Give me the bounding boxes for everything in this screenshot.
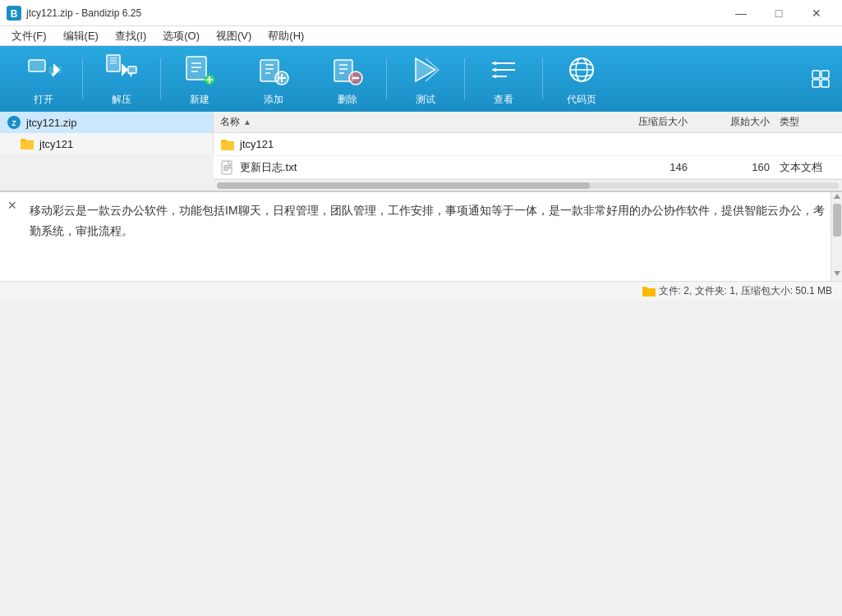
svg-rect-42: [821, 71, 829, 78]
txt-row-compressed: 146: [596, 161, 694, 173]
content-row: Z jtcy121.zip jtcy121 名称 ▲ 压缩后大: [0, 112, 842, 191]
toolbar-sep-2: [160, 58, 161, 99]
open-dropdown-arrow: ▼: [49, 71, 57, 79]
title-bar: B jtcy121.zip - Bandizip 6.25 — □ ✕: [0, 0, 842, 26]
svg-point-37: [494, 75, 497, 78]
toolbar-extract-button[interactable]: ▼ 解压: [85, 49, 159, 108]
file-row-folder-name: jtcy121: [214, 137, 596, 152]
app-icon: B: [7, 6, 21, 21]
view-icon: [485, 52, 522, 88]
toolbar-test-button[interactable]: 测试: [389, 49, 462, 108]
svg-text:Z: Z: [12, 119, 16, 127]
view-button-label: 查看: [494, 93, 513, 107]
codepage-icon: [564, 52, 600, 88]
svg-rect-43: [812, 80, 820, 87]
file-list-header: 名称 ▲ 压缩后大小 原始大小 类型: [214, 112, 842, 133]
toolbar-view-button[interactable]: 查看: [467, 49, 541, 108]
status-bar: 文件: 2, 文件夹: 1, 压缩包大小: 50.1 MB: [0, 281, 842, 301]
sidebar-item-zip[interactable]: Z jtcy121.zip: [0, 112, 213, 133]
sort-caret: ▲: [243, 117, 251, 126]
open-button-label: 打开: [34, 93, 53, 107]
svg-rect-54: [642, 287, 647, 289]
toolbar-delete-button[interactable]: 删除: [311, 49, 384, 108]
sidebar-item-folder[interactable]: jtcy121: [0, 133, 213, 154]
status-archive-icon: [642, 287, 656, 297]
menu-edit[interactable]: 编辑(E): [55, 26, 107, 46]
toolbar-sep-3: [386, 58, 387, 99]
preview-close-button[interactable]: ✕: [5, 199, 20, 214]
file-list: 名称 ▲ 压缩后大小 原始大小 类型 jtcy121: [214, 112, 842, 191]
add-icon: [255, 52, 292, 88]
status-text: 文件: 2, 文件夹: 1, 压缩包大小: 50.1 MB: [659, 284, 832, 298]
file-row-folder[interactable]: jtcy121: [214, 133, 842, 156]
svg-text:B: B: [11, 8, 18, 20]
minimize-button[interactable]: —: [722, 0, 760, 26]
txt-row-original: 160: [694, 161, 776, 173]
toolbar-new-button[interactable]: 新建: [163, 49, 237, 108]
svg-rect-53: [642, 288, 656, 297]
toolbar-sep-5: [542, 58, 543, 99]
new-button-label: 新建: [190, 93, 209, 107]
preview-text: 移动彩云是一款云办公软件，功能包括IM聊天，日程管理，团队管理，工作安排，事项通…: [30, 204, 825, 237]
menu-help[interactable]: 帮助(H): [260, 26, 312, 46]
toolbar: ▼ 打开 ▼ 解压: [0, 46, 842, 112]
horizontal-scrollbar[interactable]: [214, 179, 842, 191]
preview-pane: ✕ 移动彩云是一款云办公软件，功能包括IM聊天，日程管理，团队管理，工作安排，事…: [0, 191, 842, 281]
svg-marker-52: [834, 271, 840, 276]
toolbar-add-button[interactable]: 添加: [237, 49, 311, 108]
preview-scrollbar[interactable]: [830, 192, 842, 281]
file-folder-icon: [220, 137, 235, 152]
toolbar-sep-4: [464, 58, 465, 99]
toolbar-sep-1: [82, 58, 83, 99]
sidebar: Z jtcy121.zip jtcy121: [0, 112, 214, 154]
zip-icon: Z: [7, 115, 21, 130]
delete-icon: [329, 52, 366, 88]
codepage-button-label: 代码页: [567, 93, 596, 107]
col-header-type[interactable]: 类型: [776, 115, 842, 129]
svg-rect-2: [29, 60, 45, 71]
svg-point-35: [494, 62, 497, 65]
col-header-name[interactable]: 名称 ▲: [214, 115, 596, 129]
window-controls: — □ ✕: [722, 0, 835, 26]
main-area: Z jtcy121.zip jtcy121 名称 ▲ 压缩后大: [0, 112, 842, 301]
extract-icon: ▼: [104, 52, 140, 88]
txt-row-type: 文本文档: [776, 160, 842, 175]
scroll-up-arrow: [833, 192, 841, 200]
status-item: 文件: 2, 文件夹: 1, 压缩包大小: 50.1 MB: [642, 284, 832, 298]
col-header-original[interactable]: 原始大小: [694, 115, 776, 129]
svg-marker-51: [834, 194, 840, 199]
new-icon: [182, 52, 218, 88]
menu-view[interactable]: 视图(V): [208, 26, 260, 46]
extract-button-label: 解压: [112, 93, 131, 107]
toolbar-open-button[interactable]: ▼ 打开: [7, 49, 81, 108]
menu-file[interactable]: 文件(F): [3, 26, 55, 46]
add-button-label: 添加: [264, 93, 283, 107]
title-bar-left: B jtcy121.zip - Bandizip 6.25: [7, 6, 141, 21]
sidebar-zip-label: jtcy121.zip: [26, 117, 76, 129]
folder-icon: [20, 136, 35, 151]
maximize-button[interactable]: □: [760, 0, 798, 26]
menu-options[interactable]: 选项(O): [154, 26, 208, 46]
txt-row-label: 更新日志.txt: [240, 160, 297, 175]
scroll-down-arrow: [833, 269, 841, 278]
menu-find[interactable]: 查找(I): [107, 26, 154, 46]
col-header-compressed[interactable]: 压缩后大小: [596, 115, 694, 129]
preview-scroll-thumb: [833, 204, 841, 237]
sidebar-folder-label: jtcy121: [39, 138, 73, 150]
menu-bar: 文件(F) 编辑(E) 查找(I) 选项(O) 视图(V) 帮助(H): [0, 26, 842, 46]
extract-dropdown-arrow: ▼: [127, 71, 135, 79]
toolbar-right: [806, 64, 835, 94]
svg-marker-31: [416, 58, 435, 81]
toolbar-codepage-button[interactable]: 代码页: [545, 49, 619, 108]
hscroll-track: [217, 182, 839, 189]
svg-point-36: [494, 68, 497, 71]
file-txt-icon: [220, 160, 235, 175]
close-button[interactable]: ✕: [798, 0, 835, 26]
svg-rect-41: [812, 71, 820, 78]
delete-button-label: 删除: [338, 93, 357, 107]
view-toggle-button[interactable]: [806, 64, 835, 94]
hscroll-thumb: [217, 182, 590, 189]
svg-rect-11: [186, 57, 206, 80]
open-icon: ▼: [25, 52, 62, 88]
file-row-txt[interactable]: 更新日志.txt 146 160 文本文档: [214, 156, 842, 179]
